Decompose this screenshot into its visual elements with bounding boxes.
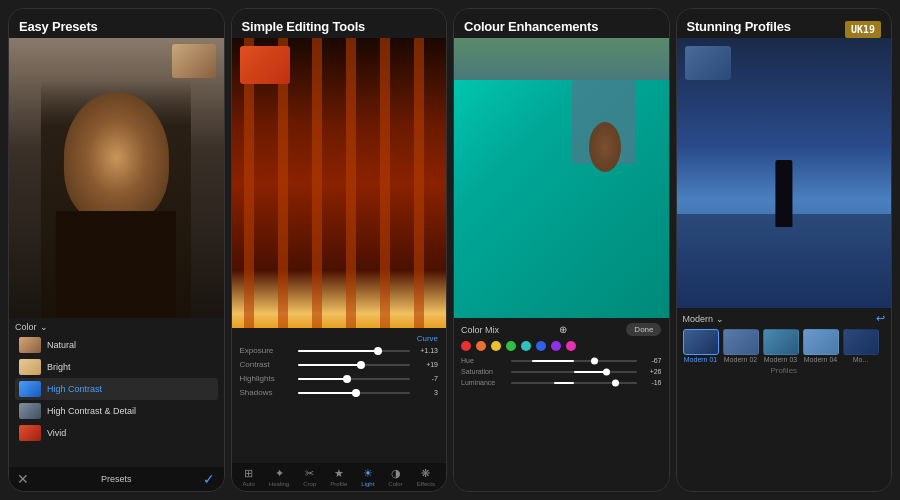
tool-presets[interactable]: ★ Profile xyxy=(330,467,347,487)
profile-name-1: Modern 01 xyxy=(683,356,719,363)
shadows-label: Shadows xyxy=(240,388,292,397)
profile-select[interactable]: Modern ⌄ xyxy=(683,314,725,324)
profile-thumb-1 xyxy=(683,329,719,355)
preset-name-natural: Natural xyxy=(47,340,76,350)
preset-thumb-bright xyxy=(19,359,41,375)
preset-item-high-contrast-detail[interactable]: High Contrast & Detail xyxy=(15,400,218,422)
tool-color[interactable]: ◑ Color xyxy=(388,467,402,487)
card1-header: Easy Presets xyxy=(9,9,224,38)
card-easy-presets: Easy Presets Color ⌄ Natural Bright High… xyxy=(8,8,225,492)
color-dot-yellow[interactable] xyxy=(491,341,501,351)
exposure-track[interactable] xyxy=(298,350,411,352)
color-dot-red[interactable] xyxy=(461,341,471,351)
profile-item-1[interactable]: Modern 01 xyxy=(683,329,719,363)
profile-thumb-5 xyxy=(843,329,879,355)
contrast-slider-row: Contrast +19 xyxy=(240,360,439,369)
color-dot-purple[interactable] xyxy=(551,341,561,351)
close-button[interactable]: ✕ xyxy=(17,471,29,487)
tool-crop[interactable]: ✂ Crop xyxy=(303,467,316,487)
preset-thumb-high xyxy=(19,381,41,397)
shadows-value: 3 xyxy=(416,389,438,396)
effects-label: Effects xyxy=(417,481,435,487)
contrast-fill xyxy=(298,364,360,366)
color-label: Color xyxy=(388,481,402,487)
profile-name-4: Modern 04 xyxy=(803,356,839,363)
profile-item-4[interactable]: Modern 04 xyxy=(803,329,839,363)
shadows-track[interactable] xyxy=(298,392,411,394)
app-container: Easy Presets Color ⌄ Natural Bright High… xyxy=(0,0,900,500)
luminance-label: Luminance xyxy=(461,379,506,386)
tool-healing[interactable]: ✦ Healing xyxy=(269,467,289,487)
exposure-value: +1.13 xyxy=(416,347,438,354)
tool-auto[interactable]: ⊞ Auto xyxy=(243,467,255,487)
preset-item-vivid[interactable]: Vivid xyxy=(15,422,218,444)
profile-thumb-4 xyxy=(803,329,839,355)
card3-main-image xyxy=(454,38,669,318)
saturation-fill xyxy=(574,371,607,373)
tool-light[interactable]: ☀ Light xyxy=(361,467,374,487)
tool-effects[interactable]: ❋ Effects xyxy=(417,467,435,487)
saturation-thumb[interactable] xyxy=(603,368,610,375)
profile-item-2[interactable]: Modern 02 xyxy=(723,329,759,363)
color-mix-header: Color Mix ⊕ Done xyxy=(461,323,662,336)
preset-list: Color ⌄ Natural Bright High Contrast Hig… xyxy=(9,318,224,467)
color-dot-pink[interactable] xyxy=(566,341,576,351)
color-sliders: Hue -67 Saturation +26 Lumin xyxy=(461,357,662,386)
confirm-button[interactable]: ✓ xyxy=(203,471,215,487)
footer-presets-label: Presets xyxy=(101,474,132,484)
preset-name-vivid: Vivid xyxy=(47,428,66,438)
color-dot-teal[interactable] xyxy=(521,341,531,351)
exposure-slider-row: Exposure +1.13 xyxy=(240,346,439,355)
watermark: UK19 xyxy=(845,21,881,38)
card-simple-editing: Simple Editing Tools Curve Exposure +1.1… xyxy=(231,8,448,492)
hue-thumb[interactable] xyxy=(591,357,598,364)
profile-header: Modern ⌄ ↩ xyxy=(683,312,886,325)
crop-icon: ✂ xyxy=(305,467,314,480)
preset-thumb-detail xyxy=(19,403,41,419)
highlights-track[interactable] xyxy=(298,378,411,380)
profile-row: Modern 01 Modern 02 Modern 03 Modern 04 … xyxy=(683,329,886,363)
preset-item-high-contrast[interactable]: High Contrast xyxy=(15,378,218,400)
card2-header: Simple Editing Tools xyxy=(232,9,447,38)
presets-label: Profile xyxy=(330,481,347,487)
hue-value: -67 xyxy=(642,357,662,364)
saturation-label: Saturation xyxy=(461,368,506,375)
shadows-thumb[interactable] xyxy=(352,389,360,397)
hue-fill xyxy=(532,360,573,362)
exposure-label: Exposure xyxy=(240,346,292,355)
saturation-track[interactable] xyxy=(511,371,637,373)
hue-label: Hue xyxy=(461,357,506,364)
profile-name-2: Modern 02 xyxy=(723,356,759,363)
luminance-track[interactable] xyxy=(511,382,637,384)
contrast-thumb[interactable] xyxy=(357,361,365,369)
back-button[interactable]: ↩ xyxy=(876,312,885,325)
hue-track[interactable] xyxy=(511,360,637,362)
preset-name-bright: Bright xyxy=(47,362,71,372)
effects-icon: ❋ xyxy=(421,467,430,480)
done-button[interactable]: Done xyxy=(626,323,661,336)
profile-thumb-3 xyxy=(763,329,799,355)
curve-label[interactable]: Curve xyxy=(240,334,439,343)
preset-item-bright[interactable]: Bright xyxy=(15,356,218,378)
card2-controls: Curve Exposure +1.13 Contrast +19 Highli… xyxy=(232,328,447,463)
color-dot-orange[interactable] xyxy=(476,341,486,351)
color-dots-row xyxy=(461,341,662,351)
card4-thumbnail xyxy=(685,46,731,80)
profile-item-5[interactable]: Mo... xyxy=(843,329,879,363)
contrast-track[interactable] xyxy=(298,364,411,366)
color-dot-green[interactable] xyxy=(506,341,516,351)
luminance-thumb[interactable] xyxy=(612,379,619,386)
highlights-thumb[interactable] xyxy=(343,375,351,383)
profile-item-3[interactable]: Modern 03 xyxy=(763,329,799,363)
card3-title: Colour Enhancements xyxy=(464,19,659,34)
color-mix-panel: Color Mix ⊕ Done Hue xyxy=(454,318,669,491)
exposure-thumb[interactable] xyxy=(374,347,382,355)
highlights-slider-row: Highlights -7 xyxy=(240,374,439,383)
preset-item-natural[interactable]: Natural xyxy=(15,334,218,356)
color-label: Color ⌄ xyxy=(15,322,218,332)
color-dot-blue[interactable] xyxy=(536,341,546,351)
luminance-fill xyxy=(554,382,574,384)
crop-label: Crop xyxy=(303,481,316,487)
saturation-value: +26 xyxy=(642,368,662,375)
card-stunning-profiles: Stunning Profiles UK19 Modern ⌄ ↩ Modern… xyxy=(676,8,893,492)
